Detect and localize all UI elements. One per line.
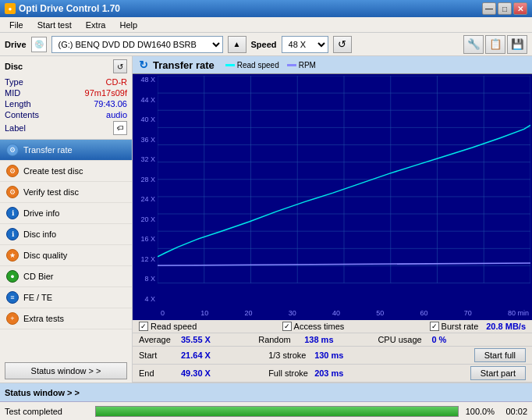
app-window: ● Opti Drive Control 1.70 — □ ✕ File Sta… (0, 0, 532, 420)
status-window-label: Status window > > (5, 388, 80, 397)
x-axis: 0 10 20 30 40 50 60 70 80 min (158, 306, 532, 320)
disc-type-label: Type (5, 77, 23, 87)
random-label: Random (258, 335, 301, 344)
extra-tests-icon: + (6, 312, 19, 325)
access-times-checkbox[interactable]: ✓ (282, 322, 292, 331)
disc-label-label: Label (5, 123, 26, 133)
close-button[interactable]: ✕ (513, 2, 527, 15)
y-label-24: 24 X (133, 195, 158, 203)
end-label: End (139, 368, 178, 378)
speed-select[interactable]: 48 X (282, 36, 328, 53)
disc-quality-icon: ★ (6, 249, 19, 262)
info-button[interactable]: 📋 (485, 35, 505, 54)
nav-create-test-disc[interactable]: ⚙ Create test disc (0, 161, 132, 182)
y-label-36: 36 X (133, 136, 158, 144)
maximize-button[interactable]: □ (498, 2, 512, 15)
disc-contents-value: audio (106, 110, 127, 119)
minimize-button[interactable]: — (482, 2, 496, 15)
nav-verify-test-disc-label: Verify test disc (23, 187, 79, 197)
average-value: 35.55 X (181, 335, 224, 344)
disc-mid-value: 97m17s09f (85, 88, 127, 98)
drive-info-icon: ℹ (6, 207, 19, 219)
disc-title: Disc (5, 62, 23, 71)
nav-create-test-disc-label: Create test disc (23, 166, 83, 176)
burst-rate-check: ✓ Burst rate (430, 322, 479, 331)
drivebar: Drive 💿 (G:) BENQ DVD DD DW1640 BSRB ▲ S… (0, 33, 532, 56)
chart-legend: Read speed RPM (225, 61, 316, 69)
nav-disc-quality[interactable]: ★ Disc quality (0, 245, 132, 266)
main-content: Disc ↺ Type CD-R MID 97m17s09f Length 79… (0, 56, 532, 383)
nav-extra-tests[interactable]: + Extra tests (0, 308, 132, 329)
read-speed-checkbox[interactable]: ✓ (139, 322, 148, 331)
start-value: 21.64 X (181, 351, 224, 360)
cd-bier-icon: ● (6, 270, 19, 283)
start-part-button[interactable]: Start part (470, 366, 526, 380)
eject-button[interactable]: ▲ (228, 36, 246, 53)
menu-file[interactable]: File (3, 19, 30, 31)
menu-help[interactable]: Help (113, 19, 144, 31)
nav-cd-bier[interactable]: ● CD Bier (0, 266, 132, 287)
access-times-label: Access times (294, 322, 345, 331)
transfer-rate-icon: ⚙ (6, 144, 19, 156)
disc-info-icon: ℹ (6, 228, 19, 240)
settings-button[interactable]: 🔧 (463, 35, 484, 54)
nav-drive-info-label: Drive info (23, 208, 59, 218)
average-label: Average (139, 335, 178, 344)
disc-label-icon[interactable]: 🏷 (113, 121, 127, 135)
disc-contents-label: Contents (5, 110, 39, 119)
nav-fe-te[interactable]: ≡ FE / TE (0, 287, 132, 308)
full-stroke-label: Full stroke (268, 368, 311, 378)
nav-transfer-rate[interactable]: ⚙ Transfer rate (0, 140, 132, 161)
full-stroke-value: 203 ms (314, 368, 353, 378)
read-speed-legend-color (225, 64, 235, 66)
disc-length-label: Length (5, 99, 31, 109)
nav-disc-quality-label: Disc quality (23, 251, 67, 260)
menu-extra[interactable]: Extra (80, 19, 112, 31)
progress-bar-fill (96, 407, 458, 416)
x-label-0: 0 (161, 309, 165, 317)
nav-transfer-rate-label: Transfer rate (23, 145, 73, 155)
cpu-usage-label: CPU usage (378, 335, 428, 344)
x-label-70: 70 (464, 309, 472, 317)
y-axis: 48 X 44 X 40 X 36 X 32 X 28 X 24 X 20 X … (133, 74, 158, 304)
nav-cd-bier-label: CD Bier (23, 272, 54, 281)
disc-length-value: 79:43.06 (94, 99, 127, 109)
burst-rate-checkbox[interactable]: ✓ (430, 322, 439, 331)
refresh-button[interactable]: ↺ (333, 36, 352, 53)
start-full-button[interactable]: Start full (474, 348, 526, 362)
menu-start-test[interactable]: Start test (31, 19, 78, 31)
test-completed-label: Test completed (5, 407, 90, 416)
x-label-20: 20 (244, 309, 252, 317)
end-value: 49.30 X (181, 368, 224, 378)
y-label-32: 32 X (133, 155, 158, 163)
speed-label: Speed (251, 40, 277, 49)
read-speed-check-label: Read speed (151, 322, 197, 331)
start-label: Start (139, 351, 178, 360)
nav-disc-info[interactable]: ℹ Disc info (0, 224, 132, 245)
burst-rate-label: Burst rate (442, 322, 479, 331)
status-window-button[interactable]: Status window > > (5, 362, 127, 379)
random-value: 138 ms (304, 335, 343, 344)
drive-label: Drive (5, 40, 27, 49)
app-icon: ● (5, 3, 16, 14)
rpm-legend-color (287, 64, 296, 66)
read-speed-check: ✓ Read speed (139, 322, 197, 331)
disc-type-value: CD-R (106, 77, 128, 87)
nav-verify-test-disc[interactable]: ⚙ Verify test disc (0, 182, 132, 203)
x-label-50: 50 (376, 309, 384, 317)
one-third-stroke-label: 1/3 stroke (268, 351, 311, 360)
drive-select[interactable]: (G:) BENQ DVD DD DW1640 BSRB (51, 36, 223, 53)
elapsed-time: 00:02 (499, 407, 527, 416)
x-label-60: 60 (420, 309, 427, 317)
disc-refresh-button[interactable]: ↺ (113, 59, 127, 73)
disc-section: Disc ↺ Type CD-R MID 97m17s09f Length 79… (0, 56, 132, 140)
y-label-48: 48 X (133, 76, 158, 84)
sidebar: Disc ↺ Type CD-R MID 97m17s09f Length 79… (0, 56, 133, 383)
y-label-40: 40 X (133, 116, 158, 123)
verify-test-disc-icon: ⚙ (6, 186, 19, 198)
y-label-8: 8 X (133, 275, 158, 283)
nav-fe-te-label: FE / TE (23, 293, 52, 302)
chart-container: 48 X 44 X 40 X 36 X 32 X 28 X 24 X 20 X … (133, 74, 532, 320)
nav-drive-info[interactable]: ℹ Drive info (0, 203, 132, 224)
save-button[interactable]: 💾 (507, 35, 527, 54)
